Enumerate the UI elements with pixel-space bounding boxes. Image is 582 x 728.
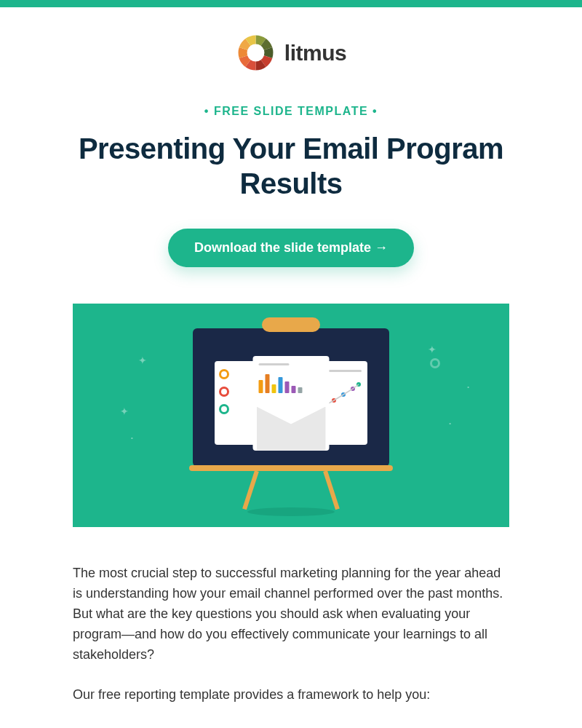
- brand-name: litmus: [284, 41, 346, 66]
- intro-paragraph: The most crucial step to successful mark…: [73, 563, 509, 665]
- top-accent-bar: [0, 0, 582, 7]
- cta-section: Download the slide template →: [73, 229, 509, 267]
- page-headline: Presenting Your Email Program Results: [73, 131, 509, 201]
- eyebrow-label: • FREE SLIDE TEMPLATE •: [73, 105, 509, 118]
- easel-graphic: [186, 314, 396, 518]
- document-center-icon: [253, 356, 330, 451]
- logo-section: litmus: [73, 7, 509, 105]
- litmus-color-wheel-icon: [236, 33, 276, 73]
- hero-illustration: ✦ ✦ • ✦ • •: [73, 304, 509, 527]
- logo[interactable]: litmus: [236, 33, 346, 73]
- download-button[interactable]: Download the slide template →: [168, 229, 414, 267]
- lead-in-paragraph: Our free reporting template provides a f…: [73, 685, 509, 705]
- main-container: litmus • FREE SLIDE TEMPLATE • Presentin…: [0, 7, 582, 728]
- envelope-icon: [257, 407, 326, 451]
